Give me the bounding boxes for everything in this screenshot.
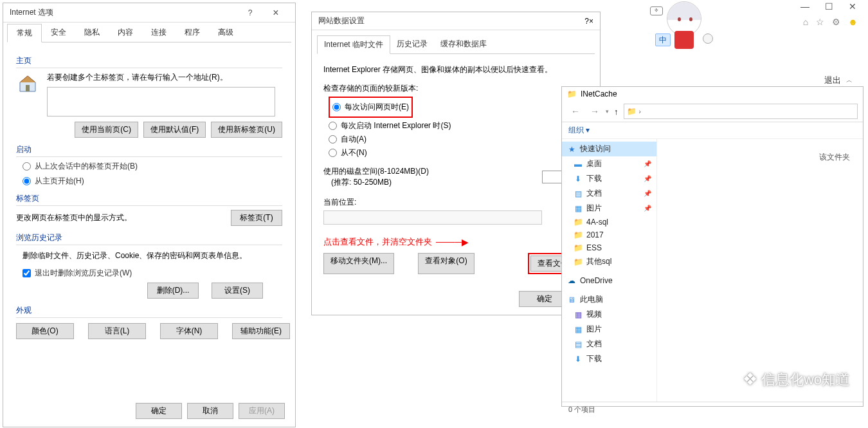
pictures-icon: ▦ — [574, 204, 583, 213]
sidebar-item-folder[interactable]: 📁4A-sql — [562, 216, 656, 228]
settings-button[interactable]: 设置(S) — [212, 283, 263, 299]
use-current-button[interactable]: 使用当前页(C) — [75, 122, 138, 138]
use-default-button[interactable]: 使用默认值(F) — [143, 122, 206, 138]
opt-every-visit-radio[interactable]: 每次访问网页时(E) — [332, 102, 409, 113]
folder-icon: 📁 — [627, 107, 637, 116]
video-icon: ▦ — [574, 310, 583, 319]
opt-every-start-radio[interactable]: 每次启动 Internet Explorer 时(S) — [329, 120, 588, 131]
tab-programs[interactable]: 程序 — [176, 24, 209, 42]
history-dropdown-icon[interactable]: ▾ — [606, 108, 609, 115]
tab-advanced[interactable]: 高级 — [209, 24, 242, 42]
section-history: 浏览历史记录 — [16, 232, 282, 245]
move-folder-button[interactable]: 移动文件夹(M)... — [323, 253, 394, 274]
home-icon[interactable]: ⌂ — [803, 17, 808, 27]
sidebar-item-videos[interactable]: ▦视频 — [562, 307, 656, 322]
forward-button[interactable]: → — [586, 105, 603, 118]
tab-privacy[interactable]: 隐私 — [75, 24, 109, 42]
window-title: INetCache — [581, 89, 617, 98]
sidebar-item-folder[interactable]: 📁ESS — [562, 241, 656, 254]
sidebar-item-quick-access[interactable]: ★快速访问 — [562, 142, 656, 156]
fonts-button[interactable]: 字体(N) — [160, 323, 218, 339]
sidebar-item-downloads[interactable]: ⬇下载 — [562, 351, 656, 366]
titlebar: 网站数据设置 ? × — [312, 12, 600, 30]
sidebar-item-onedrive[interactable]: ☁OneDrive — [562, 274, 656, 287]
view-objects-button[interactable]: 查看对象(O) — [418, 253, 474, 274]
accessibility-button[interactable]: 辅助功能(E) — [232, 323, 290, 339]
chevron-right-icon[interactable]: › — [639, 108, 641, 115]
breadcrumb[interactable]: 📁 › — [624, 104, 858, 119]
ime-indicator[interactable]: 中 — [655, 33, 671, 46]
svg-rect-0 — [26, 85, 30, 91]
minimize-icon[interactable]: — — [800, 1, 809, 12]
disk-space-rec: (推荐: 50-250MB) — [323, 177, 429, 188]
star-icon: ★ — [567, 145, 576, 154]
star-icon[interactable]: ☆ — [816, 17, 824, 27]
exit-button[interactable]: 退出 ︿ — [824, 75, 853, 86]
apply-button[interactable]: 应用(A) — [239, 403, 285, 419]
pin-icon: 📌 — [644, 160, 651, 167]
disk-space-label: 使用的磁盘空间(8-1024MB)(D) — [323, 166, 429, 177]
tabs-desc: 更改网页在标签页中的显示方式。 — [16, 212, 132, 223]
tab-general[interactable]: 常规 — [7, 24, 42, 42]
sidebar-item-folder[interactable]: 📁2017 — [562, 228, 656, 241]
file-explorer-window: 📁 INetCache ← → ▾ ↑ 📁 › 组织 ▾ ★快速访问 ▬桌面📌 … — [561, 86, 863, 407]
tab-cache-db[interactable]: 缓存和数据库 — [434, 35, 493, 53]
startup-last-session-radio[interactable]: 从上次会话中的标签页开始(B) — [23, 161, 282, 172]
folder-icon: 📁 — [574, 257, 583, 266]
arrow-right-icon: ────▶ — [436, 237, 469, 247]
tab-connections[interactable]: 连接 — [142, 24, 176, 42]
tab-strip: Internet 临时文件 历史记录 缓存和数据库 — [317, 35, 595, 54]
up-button[interactable]: ↑ — [611, 106, 621, 118]
section-startup: 启动 — [16, 144, 282, 157]
tabs-button[interactable]: 标签页(T) — [231, 210, 282, 226]
use-newtab-button[interactable]: 使用新标签页(U) — [211, 122, 282, 138]
opt-auto-radio[interactable]: 自动(A) — [329, 134, 588, 145]
sidebar-item-documents[interactable]: ▤文档📌 — [562, 186, 656, 201]
sidebar-item-thispc[interactable]: 🖥此电脑 — [562, 292, 656, 307]
file-list: 该文件夹 — [657, 139, 863, 402]
close-icon[interactable]: × — [263, 7, 289, 19]
home-icon — [16, 72, 39, 95]
command-bar: 组织 ▾ — [562, 122, 863, 139]
close-icon[interactable]: × — [589, 17, 593, 26]
help-button[interactable]: ? — [584, 17, 589, 26]
colors-button[interactable]: 颜色(O) — [16, 323, 74, 339]
close-icon[interactable]: ✕ — [849, 1, 856, 12]
pin-icon: 📌 — [644, 190, 651, 197]
tab-temp-files[interactable]: Internet 临时文件 — [317, 35, 390, 54]
mascot-character: ✧ 中 — [653, 1, 717, 53]
delete-on-exit-checkbox[interactable]: 退出时删除浏览历史记录(W) — [23, 268, 282, 279]
download-icon: ⬇ — [574, 174, 583, 183]
sidebar-item-desktop[interactable]: ▬桌面📌 — [562, 156, 656, 171]
back-button[interactable]: ← — [567, 105, 584, 118]
opt-never-radio[interactable]: 从不(N) — [329, 147, 588, 158]
maximize-icon[interactable]: ☐ — [825, 1, 833, 12]
sidebar-item-pictures[interactable]: ▦图片 — [562, 322, 656, 337]
sparkle-icon: ✧ — [650, 6, 663, 15]
instruction-text: 点击查看文件，并清空文件夹 ────▶ — [323, 236, 588, 248]
help-button[interactable]: ? — [237, 8, 263, 17]
organize-menu[interactable]: 组织 ▾ — [568, 126, 590, 135]
startup-home-radio[interactable]: 从主页开始(H) — [23, 176, 282, 187]
current-location-value — [323, 210, 542, 225]
nav-pane: ★快速访问 ▬桌面📌 ⬇下载📌 ▤文档📌 ▦图片📌 📁4A-sql 📁2017 … — [562, 139, 657, 402]
nav-bar: ← → ▾ ↑ 📁 › — [562, 101, 863, 122]
sidebar-item-folder[interactable]: 📁其他sql — [562, 254, 656, 269]
tab-history[interactable]: 历史记录 — [390, 35, 434, 53]
sidebar-item-pictures[interactable]: ▦图片📌 — [562, 201, 656, 216]
smiley-icon[interactable]: ☻ — [848, 17, 858, 27]
sidebar-item-downloads[interactable]: ⬇下载📌 — [562, 171, 656, 186]
highlight-box: 每次访问网页时(E) — [329, 97, 413, 118]
tab-content[interactable]: 内容 — [109, 24, 142, 42]
delete-button[interactable]: 删除(D)... — [147, 283, 199, 299]
download-icon: ⬇ — [574, 355, 583, 364]
section-home: 主页 — [16, 55, 282, 68]
cancel-button[interactable]: 取消 — [187, 403, 233, 419]
ok-button[interactable]: 确定 — [136, 403, 182, 419]
gear-icon[interactable]: ⚙ — [832, 17, 840, 27]
toolbar-icons: ⌂ ☆ ⚙ ☻ — [803, 17, 858, 27]
sidebar-item-documents[interactable]: ▤文档 — [562, 337, 656, 351]
tab-security[interactable]: 安全 — [42, 24, 75, 42]
languages-button[interactable]: 语言(L) — [88, 323, 146, 339]
home-url-input[interactable] — [47, 87, 275, 116]
